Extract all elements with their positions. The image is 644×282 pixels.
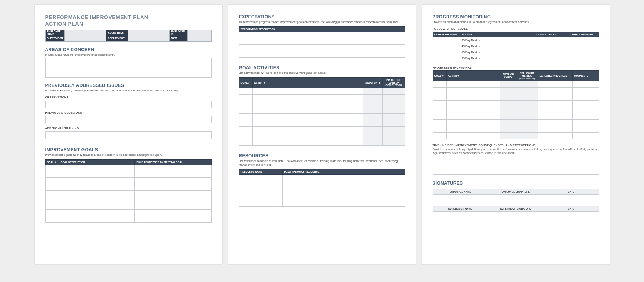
table-row[interactable] [45,171,211,177]
sup-sign-table: SUPERVISOR NAME SUPERVISOR SIGNATURE DAT… [433,206,599,220]
table-row[interactable] [433,113,599,120]
col-goal-issue: ISSUE ADDRESSED BY MEETING GOAL [134,159,211,165]
table-row[interactable] [45,203,211,209]
table-row[interactable] [239,114,405,120]
label-employee-name: EMPLOYEE NAME [45,30,65,36]
goals-desc: Provide specific goals as they relate to… [45,153,212,157]
observations-box[interactable] [45,101,212,108]
col-expect-desc: EXPECTATION DESCRIPTION [239,26,405,32]
followup-sub: FOLLOW-UP SCHEDULE [433,27,599,30]
activities-desc: List activities that will aid to achieve… [239,71,405,75]
table-row[interactable] [239,187,405,194]
signatures-heading: SIGNATURES [433,181,599,186]
table-row[interactable] [239,44,405,51]
table-row[interactable] [433,120,599,126]
table-row[interactable] [433,81,599,88]
table-row[interactable] [433,126,599,133]
activities-heading: GOAL ACTIVITIES [239,65,405,70]
table-row[interactable]: 60 Day Review [433,49,599,55]
table-row[interactable] [239,139,405,146]
col-res-desc: DESCRIPTION OF RESOURCE [282,169,405,174]
table-row[interactable] [239,32,405,38]
table-row[interactable] [239,127,405,133]
table-row[interactable] [45,165,211,171]
prev-desc: Provide details of any previously addres… [45,89,212,93]
table-row[interactable] [239,95,405,101]
table-row[interactable] [239,194,405,200]
table-row[interactable] [239,107,405,114]
label-role: ROLE / TITLE [106,30,128,36]
timeline-box[interactable] [433,157,599,175]
table-row[interactable] [45,216,211,222]
col-act-num: GOAL # [239,77,252,88]
observations-label: OBSERVATIONS [45,96,212,99]
table-row[interactable] [239,88,405,95]
col-act-projected: PROJECTED DATE OF COMPLETION [382,77,405,88]
table-row[interactable] [239,174,405,181]
field-role[interactable] [128,30,170,36]
table-row[interactable] [433,88,599,94]
discussions-box[interactable] [45,116,212,123]
resources-desc: List resources available to complete Goa… [239,159,405,167]
col-b-exp: EXPECTED PROGRESS [538,70,572,81]
table-row[interactable] [45,197,211,203]
table-row[interactable] [239,200,405,206]
table-row[interactable] [433,101,599,107]
label-employee-id: EMPLOYEE ID [170,30,188,36]
table-row[interactable]: 90 Day Review [433,55,599,61]
table-row[interactable] [433,133,599,139]
table-row[interactable] [45,209,211,216]
field-employee-name[interactable] [65,30,106,36]
table-row[interactable] [239,133,405,139]
monitor-desc: Provide an evaluation schedule to monito… [433,20,599,24]
table-row[interactable] [433,107,599,113]
monitor-heading: PROGRESS MONITORING [433,14,599,20]
col-b-method: FOLLOW-UP METHOD phone, email, mtg [517,70,538,81]
table-row[interactable] [45,184,211,190]
field-department[interactable] [128,36,170,41]
table-row[interactable] [239,101,405,107]
table-row[interactable] [433,194,599,203]
table-row[interactable] [239,120,405,127]
followup-table: DATE SCHEDULED ACTIVITY CONDUCTED BY DAT… [433,32,599,61]
col-fu-by: CONDUCTED BY [535,32,569,37]
table-row[interactable] [239,51,405,57]
table-row[interactable] [45,177,211,184]
col-b-act: ACTIVITY [446,70,500,81]
col-res-name: RESOURCE NAME [239,169,282,174]
page-1: PERFORMANCE IMPROVEMENT PLAN ACTION PLAN… [35,5,222,264]
col-emp-name: EMPLOYEE NAME [433,189,488,194]
col-act-activity: ACTIVITY [252,77,363,88]
table-row[interactable] [433,94,599,101]
training-box[interactable] [45,131,212,139]
doc-title-line2: ACTION PLAN [45,21,212,27]
table-row[interactable]: 45 Day Review [433,43,599,49]
employee-info-table: EMPLOYEE NAME ROLE / TITLE EMPLOYEE ID S… [45,30,212,42]
field-date[interactable] [188,36,211,41]
areas-textbox[interactable] [45,58,212,78]
goals-table: GOAL # GOAL DESCRIPTION ISSUE ADDRESSED … [45,159,212,223]
table-row[interactable] [239,181,405,187]
resources-table: RESOURCE NAME DESCRIPTION OF RESOURCE [239,169,405,207]
bench-sub: PROGRESS BENCHMARKS [433,66,599,69]
col-emp-sig: EMPLOYEE SIGNATURE [488,189,543,194]
label-supervisor: SUPERVISOR [45,36,65,41]
page-3: PROGRESS MONITORING Provide an evaluatio… [422,5,610,264]
col-b-check: DATE OF CHECK [500,70,517,81]
col-b-num: GOAL # [433,70,446,81]
bench-table: GOAL # ACTIVITY DATE OF CHECK FOLLOW-UP … [433,70,599,139]
goals-heading: IMPROVEMENT GOALS [45,147,212,152]
training-label: ADDITIONAL TRAINING [45,127,212,130]
expect-heading: EXPECTATIONS [239,14,405,20]
table-row[interactable] [45,190,211,197]
prev-heading: PREVIOUSLY ADDRESSED ISSUES [45,83,212,88]
field-supervisor[interactable] [65,36,106,41]
areas-desc: In what areas have the employee not met … [45,53,212,57]
col-act-start: START DATE [363,77,382,88]
table-row[interactable]: 30 Day Review [433,37,599,43]
table-row[interactable] [433,211,599,220]
table-row[interactable] [239,38,405,44]
resources-heading: RESOURCES [239,153,405,159]
field-employee-id[interactable] [188,30,211,36]
col-goal-desc: GOAL DESCRIPTION [59,159,134,165]
